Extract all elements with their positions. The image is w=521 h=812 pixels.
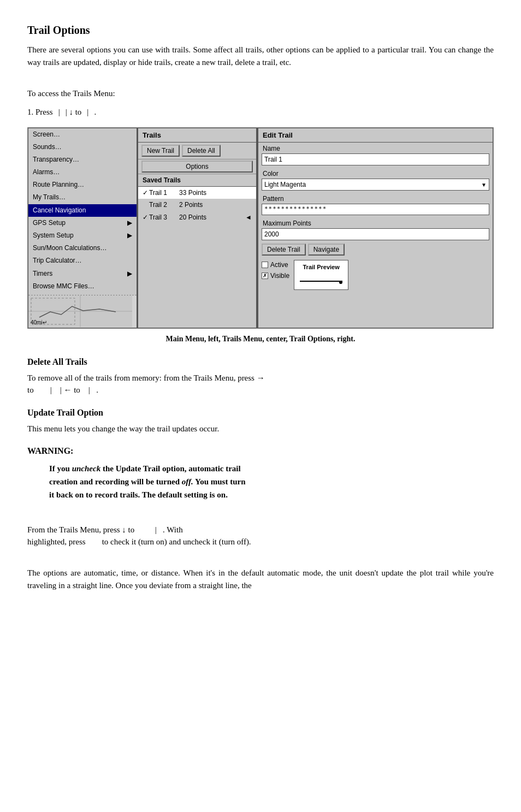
delete-all-button[interactable]: Delete All: [182, 145, 221, 157]
arrow-icon: ▶: [127, 230, 132, 241]
edit-trail-title: Edit Trail: [258, 128, 493, 143]
menu-item: Alarms…: [28, 166, 137, 179]
edit-trail-panel: Edit Trail Name Trail 1 Color Light Mage…: [257, 128, 493, 328]
arrow-icon: ▶: [127, 269, 132, 279]
edit-trail-buttons: Delete Trail Navigate: [258, 242, 493, 257]
page-title: Trail Options: [27, 22, 494, 38]
delete-trail-button[interactable]: Delete Trail: [262, 244, 306, 256]
dropdown-arrow-icon: ▼: [481, 181, 487, 189]
map-preview: 40mi↵: [28, 295, 137, 328]
press-end: .: [94, 106, 96, 118]
press-text: 1. Press: [27, 106, 53, 118]
trail-arrow-3: ◄: [245, 212, 252, 223]
trail-points-3: 20 Points: [179, 212, 243, 223]
trail-preview-box: Trail Preview: [294, 260, 348, 290]
options-area: Options: [138, 159, 256, 174]
sep2: |: [87, 106, 88, 118]
menu-item-browse: Browse MMC Files…: [28, 280, 137, 293]
active-checkbox-item[interactable]: Active: [262, 260, 289, 270]
visible-checkbox[interactable]: ✗: [262, 272, 268, 279]
trail-entry-3[interactable]: ✓ Trail 3 20 Points ◄: [138, 211, 256, 223]
trail-check-3: ✓: [143, 212, 148, 223]
menu-item-timers: Timers ▶: [28, 268, 137, 280]
preview-line: [300, 281, 342, 282]
access-label: To access the Trails Menu:: [27, 87, 494, 100]
name-label: Name: [258, 143, 493, 153]
trail-preview-label: Trail Preview: [303, 263, 340, 272]
screenshot-area: Screen… Sounds… Transparency… Alarms… Ro…: [27, 127, 494, 329]
checkboxes: Active ✗ Visible: [262, 260, 289, 281]
trails-title: Trails: [138, 128, 256, 143]
trail-entry-2[interactable]: Trail 2 2 Points: [138, 199, 256, 211]
warning-section: WARNING: If you uncheck the Update Trail…: [27, 444, 494, 501]
active-checkbox[interactable]: [262, 262, 268, 268]
menu-item-my-trails: My Trails…: [28, 191, 137, 204]
menu-item-sunmoon: Sun/Moon Calculations…: [28, 242, 137, 254]
down-arrow-instruction: | ↓ to: [66, 106, 82, 118]
menu-item: Route Planning…: [28, 179, 137, 191]
max-points-label: Maximum Points: [258, 217, 493, 228]
active-label: Active: [270, 260, 288, 270]
trail-check-2: [143, 199, 148, 210]
delete-all-heading: Delete All Trails: [27, 355, 494, 369]
bottom-row: Active ✗ Visible Trail Preview: [258, 259, 493, 291]
trails-buttons: New Trail Delete All: [138, 143, 256, 159]
menu-item-trip-calc: Trip Calculator…: [28, 254, 137, 267]
menu-item-cancel-nav: Cancel Navigation: [28, 204, 137, 217]
from-trails-text: From the Trails Menu, press ↓ to | . Wit…: [27, 524, 494, 548]
trail-name-3: Trail 3: [149, 212, 179, 223]
trail-entry-1[interactable]: ✓ Trail 1 33 Points: [138, 187, 256, 199]
navigate-button[interactable]: Navigate: [308, 244, 345, 256]
trails-menu-panel: Trails New Trail Delete All Options Save…: [137, 128, 257, 328]
max-points-field[interactable]: 2000: [262, 228, 489, 240]
warning-block: If you uncheck the Update Trail option, …: [49, 462, 472, 501]
visible-checkbox-item[interactable]: ✗ Visible: [262, 271, 289, 281]
trail-name-field[interactable]: Trail 1: [262, 153, 489, 165]
map-label: 40mi↵: [31, 318, 47, 327]
color-label: Color: [258, 168, 493, 179]
visible-label: Visible: [270, 271, 289, 281]
main-menu-panel: Screen… Sounds… Transparency… Alarms… Ro…: [28, 128, 137, 328]
trail-points-1: 33 Points: [179, 187, 252, 198]
menu-item: Sounds…: [28, 141, 137, 153]
saved-trails-header: Saved Trails: [138, 174, 256, 187]
color-field[interactable]: Light Magenta ▼: [262, 179, 489, 191]
new-trail-button[interactable]: New Trail: [141, 145, 180, 157]
menu-item-system-setup: System Setup ▶: [28, 229, 137, 242]
update-trail-heading: Update Trail Option: [27, 406, 494, 419]
update-trail-text: This menu lets you change the way the tr…: [27, 423, 494, 435]
intro-text: There are several options you can use wi…: [27, 44, 494, 68]
preview-dot: [339, 281, 342, 284]
trail-points-2: 2 Points: [179, 199, 252, 210]
screenshot-caption: Main Menu, left, Trails Menu, center, Tr…: [27, 333, 494, 345]
delete-all-section: Delete All Trails To remove all of the t…: [27, 355, 494, 396]
menu-item-gps-setup: GPS Setup ▶: [28, 217, 137, 229]
update-trail-section: Update Trail Option This menu lets you c…: [27, 406, 494, 435]
warning-heading: WARNING:: [27, 444, 494, 458]
menu-item: Screen…: [28, 128, 137, 141]
pattern-field[interactable]: ***************: [262, 204, 489, 215]
menu-item: Transparency…: [28, 153, 137, 166]
sep1: |: [58, 106, 60, 118]
delete-all-text: To remove all of the trails from memory:…: [27, 372, 494, 396]
trail-check-1: ✓: [143, 187, 148, 198]
options-button[interactable]: Options: [141, 161, 253, 173]
color-value: Light Magenta: [264, 180, 306, 189]
options-text: The options are automatic, time, or dist…: [27, 567, 494, 591]
trail-name-2: Trail 2: [149, 199, 179, 210]
arrow-icon: ▶: [127, 218, 132, 228]
press-instruction: 1. Press | | ↓ to | .: [27, 106, 494, 118]
pattern-label: Pattern: [258, 193, 493, 204]
trail-name-1: Trail 1: [149, 187, 179, 198]
